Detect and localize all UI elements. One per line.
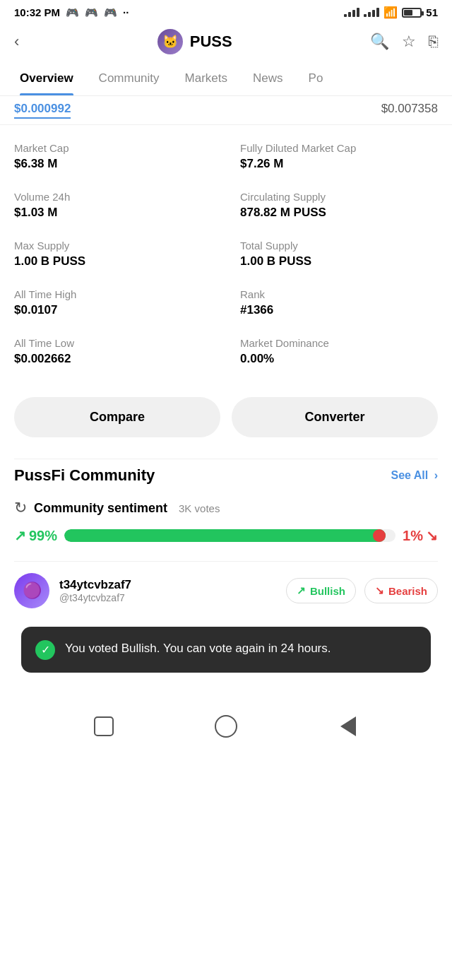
stat-label-rank: Rank: [240, 288, 438, 300]
coin-name: PUSS: [190, 33, 232, 51]
price-right: $0.007358: [381, 102, 438, 119]
stat-rank: Rank #1366: [226, 278, 438, 327]
back-button[interactable]: ‹: [14, 33, 19, 51]
community-section: PussFi Community See All › ↻ Community s…: [0, 459, 452, 687]
battery-icon: [402, 8, 422, 18]
user-card: 🟣 t34ytcvbzaf7 @t34ytcvbzaf7 ↗ Bullish ↘…: [14, 561, 438, 620]
avatar: 🟣: [14, 573, 49, 608]
stat-value-circ-supply: 878.82 M PUSS: [240, 206, 438, 220]
price-header: $0.000992 $0.007358: [0, 96, 452, 125]
bull-arrow-icon: ↗: [14, 527, 26, 544]
user-handle: @t34ytcvbzaf7: [59, 592, 276, 603]
bullish-label: Bullish: [310, 585, 345, 597]
bear-percentage: 1% ↘: [403, 527, 438, 544]
bull-percentage: ↗ 99%: [14, 527, 57, 544]
stat-fdmc: Fully Diluted Market Cap $7.26 M: [226, 132, 438, 181]
see-all-button[interactable]: See All ›: [391, 469, 438, 482]
stat-market-cap: Market Cap $6.38 M: [14, 132, 226, 181]
sentiment-progress-bar: [64, 529, 396, 542]
stat-label-dominance: Market Dominance: [240, 337, 438, 349]
tab-po[interactable]: Po: [296, 61, 336, 95]
status-time: 10:32 PM: [14, 6, 60, 18]
stat-label-volume: Volume 24h: [14, 191, 212, 203]
sentiment-votes: 3K votes: [179, 502, 220, 514]
bear-pct-value: 1%: [403, 528, 423, 544]
sentiment-bar-row: ↗ 99% 1% ↘: [14, 527, 438, 544]
nav-square-button[interactable]: [91, 714, 117, 739]
stat-value-ath: $0.0107: [14, 303, 212, 317]
stats-grid: Market Cap $6.38 M Fully Diluted Market …: [0, 125, 452, 383]
game-icon: 🎮: [66, 6, 79, 19]
triangle-icon: [340, 716, 356, 736]
stat-value-total-supply: 1.00 B PUSS: [240, 254, 438, 268]
action-buttons: Compare Converter: [0, 383, 452, 459]
coin-avatar: 🐱: [157, 29, 183, 54]
sentiment-icon: ↻: [14, 499, 27, 517]
community-title: PussFi Community: [14, 466, 155, 485]
stat-total-supply: Total Supply 1.00 B PUSS: [226, 230, 438, 278]
sentiment-progress-fill: [64, 529, 386, 542]
stat-label-circ-supply: Circulating Supply: [240, 191, 438, 203]
nav-home-button[interactable]: [213, 714, 239, 739]
star-icon[interactable]: ☆: [402, 33, 416, 51]
community-header: PussFi Community See All ›: [14, 466, 438, 485]
bear-vote-icon: ↘: [375, 584, 384, 597]
stat-circ-supply: Circulating Supply 878.82 M PUSS: [226, 181, 438, 230]
vote-buttons: ↗ Bullish ↘ Bearish: [286, 578, 438, 603]
chevron-right-icon: ›: [431, 469, 438, 481]
bull-pct-value: 99%: [29, 528, 57, 544]
dots-icon: ··: [123, 6, 129, 18]
user-name: t34ytcvbzaf7: [59, 578, 276, 592]
toast-notification: ✓ You voted Bullish. You can vote again …: [21, 627, 431, 673]
stat-value-max-supply: 1.00 B PUSS: [14, 254, 212, 268]
header: ‹ 🐱 PUSS 🔍 ☆ ⎘: [0, 22, 452, 61]
nav-back-button[interactable]: [335, 714, 361, 739]
see-all-label: See All: [391, 469, 428, 481]
game-icon3: 🎮: [104, 6, 117, 19]
price-left: $0.000992: [14, 102, 71, 119]
converter-button[interactable]: Converter: [232, 397, 438, 437]
stat-atl: All Time Low $0.002662: [14, 327, 226, 376]
stat-value-market-cap: $6.38 M: [14, 157, 212, 171]
tab-markets[interactable]: Markets: [172, 61, 240, 95]
user-info: t34ytcvbzaf7 @t34ytcvbzaf7: [59, 578, 276, 603]
stat-label-max-supply: Max Supply: [14, 240, 212, 252]
wifi-icon: 📶: [383, 6, 398, 19]
tab-community[interactable]: Community: [86, 61, 172, 95]
stat-dominance: Market Dominance 0.00%: [226, 327, 438, 376]
bottom-nav: [0, 701, 452, 760]
stat-value-volume: $1.03 M: [14, 206, 212, 220]
tab-bar: Overview Community Markets News Po: [0, 61, 452, 96]
circle-icon: [215, 715, 237, 738]
bearish-button[interactable]: ↘ Bearish: [364, 578, 438, 603]
status-bar: 10:32 PM 🎮 🎮 🎮 ·· 📶 51: [0, 0, 452, 22]
square-icon: [94, 716, 114, 736]
stat-max-supply: Max Supply 1.00 B PUSS: [14, 230, 226, 278]
stat-label-atl: All Time Low: [14, 337, 212, 349]
game-icon2: 🎮: [85, 6, 98, 19]
stat-value-atl: $0.002662: [14, 352, 212, 366]
tab-news[interactable]: News: [240, 61, 296, 95]
tab-overview[interactable]: Overview: [7, 61, 86, 95]
header-icons: 🔍 ☆ ⎘: [370, 33, 438, 51]
stat-ath: All Time High $0.0107: [14, 278, 226, 327]
toast-message: You voted Bullish. You can vote again in…: [65, 639, 331, 658]
stat-label-ath: All Time High: [14, 288, 212, 300]
stat-volume: Volume 24h $1.03 M: [14, 181, 226, 230]
stat-value-rank: #1366: [240, 303, 438, 317]
toast-check-icon: ✓: [35, 640, 55, 660]
search-icon[interactable]: 🔍: [370, 33, 389, 51]
share-icon[interactable]: ⎘: [429, 33, 438, 51]
stat-label-total-supply: Total Supply: [240, 240, 438, 252]
status-right: 📶 51: [344, 6, 438, 19]
stat-value-fdmc: $7.26 M: [240, 157, 438, 171]
signal-bars2: [364, 8, 379, 17]
stat-value-dominance: 0.00%: [240, 352, 438, 366]
sentiment-label: Community sentiment: [34, 501, 167, 516]
bullish-button[interactable]: ↗ Bullish: [286, 578, 356, 603]
battery-pct: 51: [426, 6, 438, 18]
signal-bars: [344, 8, 359, 17]
stat-label-market-cap: Market Cap: [14, 142, 212, 154]
header-title: 🐱 PUSS: [157, 29, 232, 54]
compare-button[interactable]: Compare: [14, 397, 220, 437]
